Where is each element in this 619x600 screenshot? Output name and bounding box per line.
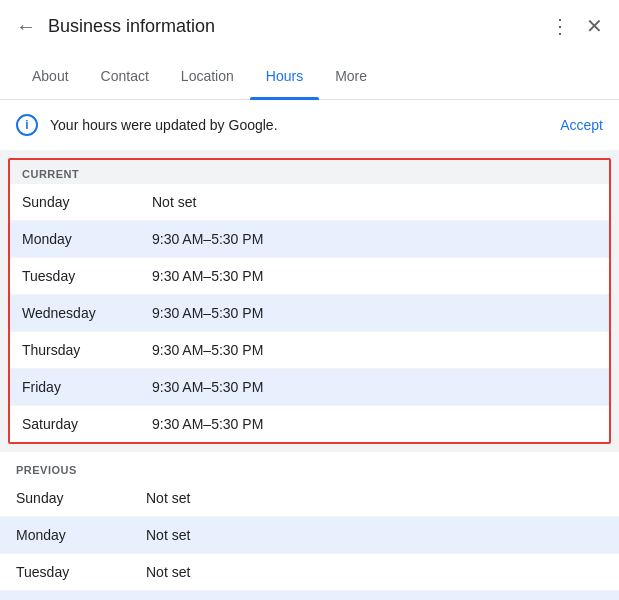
day-hours: 9:30 AM–5:30 PM [152,231,263,247]
day-name: Saturday [22,416,152,432]
table-row: Tuesday 9:30 AM–5:30 PM [10,258,609,295]
previous-hours-section: PREVIOUS Sunday Not set Monday Not set T… [0,452,619,600]
tab-about[interactable]: About [16,52,85,100]
page-title: Business information [48,16,550,37]
day-name: Tuesday [16,564,146,580]
table-row: Tuesday Not set [0,554,619,591]
day-hours: 9:30 AM–5:30 PM [152,305,263,321]
notification-text: Your hours were updated by Google. [50,117,560,133]
business-info-window: ← Business information ⋮ ✕ About Contact… [0,0,619,600]
day-name: Tuesday [22,268,152,284]
table-row: Friday 9:30 AM–5:30 PM [10,369,609,406]
day-name: Monday [16,527,146,543]
previous-section-label: PREVIOUS [0,452,619,480]
current-hours-section: CURRENT Sunday Not set Monday 9:30 AM–5:… [8,158,611,444]
day-hours: Not set [152,194,196,210]
table-row: Sunday Not set [10,184,609,221]
day-name: Thursday [22,342,152,358]
day-hours: 9:30 AM–5:30 PM [152,342,263,358]
day-hours: 9:30 AM–5:30 PM [152,416,263,432]
day-name: Wednesday [22,305,152,321]
day-name: Sunday [22,194,152,210]
day-hours: Not set [146,527,190,543]
day-name: Friday [22,379,152,395]
day-name: Monday [22,231,152,247]
tab-bar: About Contact Location Hours More [0,52,619,100]
table-row: Wednesday 9:30 AM–5:30 PM [10,295,609,332]
table-row: Monday Not set [0,517,619,554]
current-section-label: CURRENT [10,160,609,184]
table-row: Thursday 9:30 AM–5:30 PM [10,332,609,369]
tab-hours[interactable]: Hours [250,52,319,100]
day-hours: 9:30 AM–5:30 PM [152,379,263,395]
table-row: Saturday 9:30 AM–5:30 PM [10,406,609,442]
notification-bar: i Your hours were updated by Google. Acc… [0,100,619,150]
accept-button[interactable]: Accept [560,117,603,133]
info-icon: i [16,114,38,136]
day-hours: 9:30 AM–5:30 PM [152,268,263,284]
tab-more[interactable]: More [319,52,383,100]
tab-contact[interactable]: Contact [85,52,165,100]
close-button[interactable]: ✕ [586,14,603,38]
day-hours: Not set [146,490,190,506]
content-area: i Your hours were updated by Google. Acc… [0,100,619,600]
more-menu-button[interactable]: ⋮ [550,14,570,38]
day-name: Sunday [16,490,146,506]
title-bar: ← Business information ⋮ ✕ [0,0,619,52]
table-row: Wednesday Not set [0,591,619,600]
back-button[interactable]: ← [16,16,36,36]
table-row: Sunday Not set [0,480,619,517]
table-row: Monday 9:30 AM–5:30 PM [10,221,609,258]
tab-location[interactable]: Location [165,52,250,100]
day-hours: Not set [146,564,190,580]
